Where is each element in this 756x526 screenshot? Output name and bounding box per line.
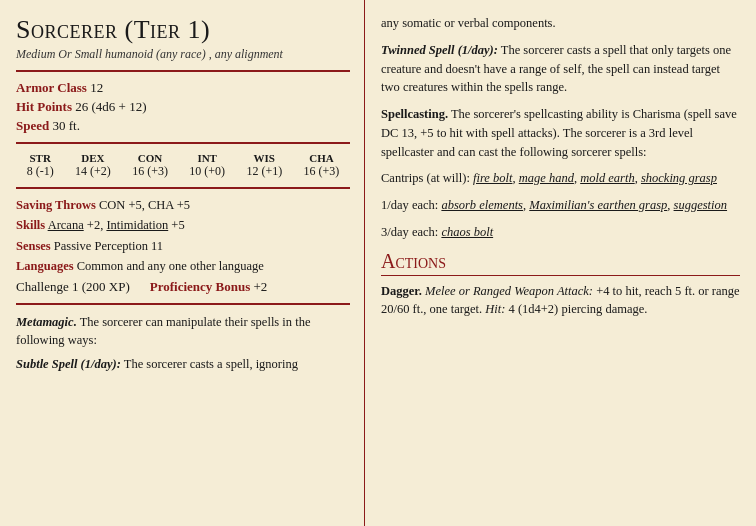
divider-4 <box>16 303 350 305</box>
divider-2 <box>16 142 350 144</box>
dagger-block: Dagger. Melee or Ranged Weapon Attack: +… <box>381 282 740 320</box>
day1-block: 1/day each: absorb elements, Maximilian'… <box>381 196 740 215</box>
cha-value: 16 (+3) <box>304 164 340 179</box>
ability-wis: WIS 12 (+1) <box>246 152 282 179</box>
spellcasting-title: Spellcasting. <box>381 107 448 121</box>
ability-int: INT 10 (+0) <box>189 152 225 179</box>
divider-3 <box>16 187 350 189</box>
challenge-full: Challenge 1 (200 XP) <box>16 279 130 295</box>
subtle-spell-body: The sorcerer casts a spell, ignoring <box>121 357 298 371</box>
cantrips-block: Cantrips (at will): fire bolt, mage hand… <box>381 169 740 188</box>
day1-label: 1/day each: <box>381 198 441 212</box>
metamagic-title: Metamagic. <box>16 315 77 329</box>
day3-block: 3/day each: chaos bolt <box>381 223 740 242</box>
int-label: INT <box>189 152 225 164</box>
subtle-spell-text: Subtle Spell (1/day): The sorcerer casts… <box>16 355 350 374</box>
senses-value: Passive Perception 11 <box>54 239 163 253</box>
actions-title: Actions <box>381 250 740 276</box>
cantrips-label: Cantrips (at will): <box>381 171 473 185</box>
str-value: 8 (-1) <box>27 164 54 179</box>
ability-scores: STR 8 (-1) DEX 14 (+2) CON 16 (+3) INT 1… <box>16 152 350 179</box>
day1-spells: absorb elements, Maximilian's earthen gr… <box>441 198 727 212</box>
con-label: CON <box>132 152 168 164</box>
saving-throws-value: CON +5, CHA +5 <box>99 198 190 212</box>
ability-dex: DEX 14 (+2) <box>75 152 111 179</box>
skills-value: Arcana +2, Intimidation +5 <box>48 218 185 232</box>
cha-label: CHA <box>304 152 340 164</box>
senses-label: Senses <box>16 239 51 253</box>
day3-label: 3/day each: <box>381 225 441 239</box>
ability-con: CON 16 (+3) <box>132 152 168 179</box>
day3-spells: chaos bolt <box>441 225 493 239</box>
dex-label: DEX <box>75 152 111 164</box>
divider-1 <box>16 70 350 72</box>
speed-line: Speed 30 ft. <box>16 118 350 134</box>
intro-text: any somatic or verbal components. <box>381 14 740 33</box>
monster-type: Medium Or Small humanoid (any race) , an… <box>16 47 350 62</box>
proficiency-bonus-value: +2 <box>254 279 268 294</box>
languages-line: Languages Common and any one other langu… <box>16 258 350 276</box>
hit-points-line: Hit Points 26 (4d6 + 12) <box>16 99 350 115</box>
speed-value: 30 ft. <box>52 118 79 133</box>
int-value: 10 (+0) <box>189 164 225 179</box>
subtle-spell-title: Subtle Spell (1/day): <box>16 357 121 371</box>
armor-class-line: Armor Class 12 <box>16 80 350 96</box>
armor-class-value: 12 <box>90 80 103 95</box>
proficiency-bonus-label: Proficiency Bonus <box>150 279 251 294</box>
cantrips-list: fire bolt, mage hand, mold earth, shocki… <box>473 171 717 185</box>
str-label: STR <box>27 152 54 164</box>
right-panel: any somatic or verbal components. Twinne… <box>365 0 756 526</box>
skills-label: Skills <box>16 218 45 232</box>
skills-line: Skills Arcana +2, Intimidation +5 <box>16 217 350 235</box>
armor-class-label: Armor Class <box>16 80 87 95</box>
left-panel: Sorcerer (Tier 1) Medium Or Small humano… <box>0 0 365 526</box>
proficiency-bonus-full: Proficiency Bonus +2 <box>150 279 268 295</box>
dex-value: 14 (+2) <box>75 164 111 179</box>
challenge-line: Challenge 1 (200 XP) Proficiency Bonus +… <box>16 279 350 295</box>
languages-value: Common and any one other language <box>77 259 264 273</box>
hit-points-label: Hit Points <box>16 99 72 114</box>
challenge-label: Challenge <box>16 279 69 294</box>
con-value: 16 (+3) <box>132 164 168 179</box>
wis-value: 12 (+1) <box>246 164 282 179</box>
senses-line: Senses Passive Perception 11 <box>16 238 350 256</box>
ability-cha: CHA 16 (+3) <box>304 152 340 179</box>
saving-throws-label: Saving Throws <box>16 198 96 212</box>
challenge-value: 1 (200 XP) <box>72 279 130 294</box>
twinned-spell-title: Twinned Spell (1/day): <box>381 43 498 57</box>
metamagic-text: Metamagic. The sorcerer can manipulate t… <box>16 313 350 351</box>
dagger-title: Dagger. <box>381 284 422 298</box>
spellcasting-block: Spellcasting. The sorcerer's spellcastin… <box>381 105 740 161</box>
ability-str: STR 8 (-1) <box>27 152 54 179</box>
monster-name: Sorcerer (Tier 1) <box>16 16 350 45</box>
languages-label: Languages <box>16 259 74 273</box>
saving-throws-line: Saving Throws CON +5, CHA +5 <box>16 197 350 215</box>
metamagic-section: Metamagic. The sorcerer can manipulate t… <box>16 313 350 374</box>
twinned-spell-block: Twinned Spell (1/day): The sorcerer cast… <box>381 41 740 97</box>
speed-label: Speed <box>16 118 49 133</box>
wis-label: WIS <box>246 152 282 164</box>
dagger-body: Melee or Ranged Weapon Attack: <box>422 284 593 298</box>
hit-points-value: 26 (4d6 + 12) <box>75 99 146 114</box>
